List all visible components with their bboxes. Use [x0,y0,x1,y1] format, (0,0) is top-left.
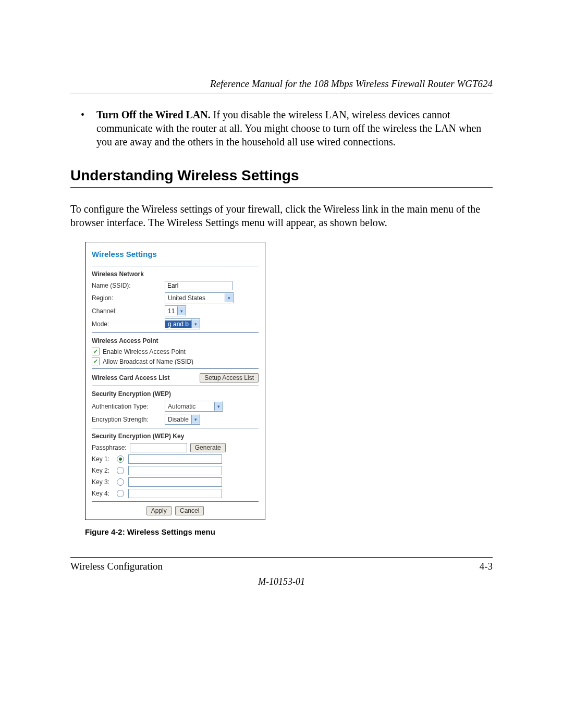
acl-heading: Wireless Card Access List [92,374,170,381]
wep-key-heading: Security Encryption (WEP) Key [92,433,259,440]
key1-label: Key 1: [92,455,117,463]
footer-doc-number: M-10153-01 [70,576,493,587]
section-heading: Understanding Wireless Settings [70,167,493,188]
broadcast-ssid-checkbox[interactable]: ✓ [92,357,100,365]
mode-label: Mode: [92,320,165,328]
divider [92,332,259,333]
enc-strength-value: Disable [165,416,191,423]
wireless-network-heading: Wireless Network [92,270,259,278]
divider [92,428,259,428]
enc-strength-label: Encryption Strength: [92,416,165,423]
passphrase-label: Passphrase: [92,444,127,451]
auth-type-label: Authentication Type: [92,403,165,410]
panel-title: Wireless Settings [92,250,259,258]
channel-value: 11 [165,307,177,315]
channel-select[interactable]: 11 ▾ [165,305,186,316]
broadcast-ssid-label: Allow Broadcast of Name (SSID) [103,358,193,365]
figure-caption: Figure 4-2: Wireless Settings menu [85,527,493,536]
key1-radio[interactable] [117,455,124,463]
key2-radio[interactable] [117,467,124,474]
chevron-down-icon: ▾ [214,402,223,411]
bullet-marker: • [81,108,96,149]
region-label: Region: [92,294,165,302]
bullet-lead: Turn Off the Wired LAN. [96,109,211,120]
chevron-down-icon: ▾ [191,415,200,424]
divider [92,266,259,266]
region-select[interactable]: United States ▾ [165,292,234,303]
key3-input[interactable] [128,477,222,487]
apply-button[interactable]: Apply [146,506,172,515]
mode-value: g and b [165,320,191,328]
bullet-item: • Turn Off the Wired LAN. If you disable… [81,108,493,149]
footer-section: Wireless Configuration [70,561,163,572]
key3-label: Key 3: [92,478,117,486]
divider [92,368,259,369]
key1-input[interactable] [128,454,222,464]
enable-ap-checkbox[interactable]: ✓ [92,348,100,355]
auth-type-select[interactable]: Automatic ▾ [165,401,223,412]
enc-strength-select[interactable]: Disable ▾ [165,414,200,425]
chevron-down-icon: ▾ [177,306,186,315]
divider [92,501,259,502]
mode-select[interactable]: g and b ▾ [165,318,200,329]
key2-label: Key 2: [92,467,117,474]
key4-label: Key 4: [92,490,117,497]
intro-paragraph: To configure the Wireless settings of yo… [70,202,493,229]
ssid-label: Name (SSID): [92,282,165,289]
key3-radio[interactable] [117,478,124,486]
footer-page-number: 4-3 [480,561,493,572]
wireless-ap-heading: Wireless Access Point [92,337,259,344]
key4-radio[interactable] [117,490,124,497]
key2-input[interactable] [128,466,222,475]
setup-access-list-button[interactable]: Setup Access List [200,373,259,382]
channel-label: Channel: [92,307,165,315]
key4-input[interactable] [128,489,222,498]
chevron-down-icon: ▾ [191,319,200,328]
chevron-down-icon: ▾ [225,293,233,302]
wireless-settings-panel: Wireless Settings Wireless Network Name … [85,242,265,520]
divider [92,386,259,386]
region-value: United States [165,294,225,302]
ssid-input[interactable] [165,281,232,290]
manual-header: Reference Manual for the 108 Mbps Wirele… [70,78,493,93]
enable-ap-label: Enable Wireless Access Point [103,348,186,355]
auth-type-value: Automatic [165,403,214,410]
wep-heading: Security Encryption (WEP) [92,390,259,398]
passphrase-input[interactable] [130,443,187,452]
generate-button[interactable]: Generate [190,443,226,452]
cancel-button[interactable]: Cancel [175,506,204,515]
